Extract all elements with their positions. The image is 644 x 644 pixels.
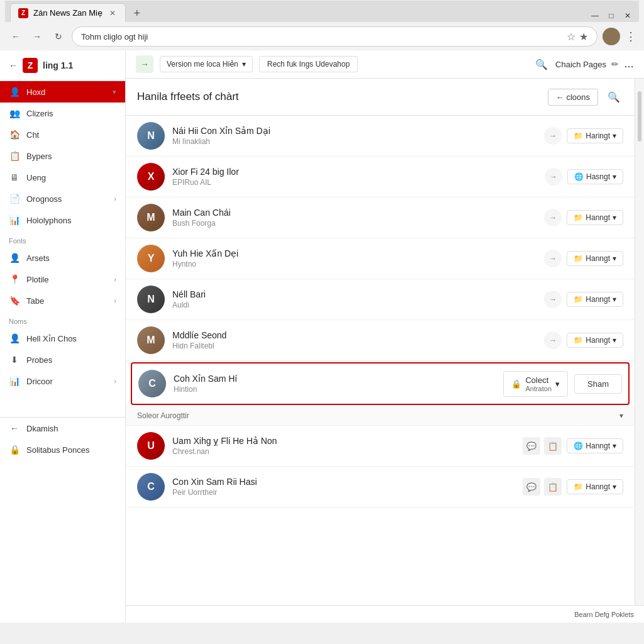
forward-btn[interactable]: →	[29, 28, 45, 45]
sidebar-item-hell-xin-chos[interactable]: 👤 Hell Xỉn Chos	[0, 328, 125, 349]
sidebar-back-icon[interactable]: ←	[9, 60, 18, 70]
list-item[interactable]: U Uam Xihg ỵ Fli He Hả Non Chrest.nan 💬 …	[126, 426, 635, 467]
toolbar-search: 🔍 Chaich Pages ✏ …	[533, 55, 634, 73]
maximize-btn[interactable]: □	[605, 9, 618, 22]
item-badge[interactable]: 📁 Haringt ▾	[567, 128, 623, 143]
sidebar-item-clizeris[interactable]: 👥 Clizeris	[0, 103, 125, 124]
orognoss-chevron: ›	[114, 195, 116, 203]
list-item[interactable]: X Xior Fi 24 big Ilor EPIRuo AIL → 🌐 Has…	[126, 157, 635, 197]
bookmark-icon[interactable]: ☆	[567, 31, 575, 43]
new-tab-btn[interactable]: +	[128, 4, 146, 22]
badge-chevron-icon: ▾	[613, 172, 616, 181]
copy-icon-btn[interactable]: 📋	[544, 478, 562, 496]
item-arrow-btn[interactable]: →	[544, 331, 562, 349]
active-tab[interactable]: Z Zán News Zan Miẹ ✕	[10, 3, 126, 22]
avatar: Y	[137, 245, 165, 272]
copy-icon-btn[interactable]: 📋	[544, 437, 562, 455]
item-arrow-btn[interactable]: →	[544, 291, 562, 308]
item-arrow-btn[interactable]: →	[544, 250, 562, 267]
item-badge[interactable]: 📁 Hanngt ▾	[567, 210, 623, 225]
message-icon-btn[interactable]: 💬	[523, 478, 540, 496]
list-item[interactable]: M Main Can Chái Bush Foorga → 📁 Hanngt ▾	[126, 197, 635, 238]
badge-icon: 📁	[574, 482, 583, 491]
item-badge[interactable]: 📁 Hanngt ▾	[567, 333, 623, 348]
item-badge[interactable]: 📁 Hanngt ▾	[567, 292, 623, 307]
logo-icon: Z	[23, 58, 38, 73]
url-bar[interactable]: Tohm cliglo ogt hiji ☆ ★	[72, 26, 597, 47]
sidebar-item-arsets[interactable]: 👤 Arsets	[0, 247, 125, 269]
item-arrow-btn[interactable]: →	[544, 209, 562, 226]
scrollbar-thumb[interactable]	[638, 91, 641, 142]
item-actions: → 📁 Hanngt ▾	[544, 209, 623, 226]
badge-label: Hanngt	[586, 254, 610, 263]
address-bar: ← → ↻ Tohm cliglo ogt hiji ☆ ★ ⋮	[0, 23, 644, 50]
item-name: Xior Fi 24 big Ilor	[172, 167, 537, 177]
item-badge[interactable]: 🌐 Hasngt ▾	[567, 169, 623, 184]
version-dropdown[interactable]: Version me loca Hiẻn ▾	[160, 56, 253, 72]
title-bar: Z Zán News Zan Miẹ ✕ + — □ ✕	[0, 0, 644, 23]
sidebar-item-plotile[interactable]: 📍 Plotile ›	[0, 269, 125, 290]
sidebar-item-hololyphons[interactable]: 📊 Hololyphons	[0, 209, 125, 231]
sidebar-item-orognoss[interactable]: 📄 Orognoss ›	[0, 188, 125, 209]
item-name: Néll Bari	[172, 289, 536, 299]
sidebar-item-solitabus[interactable]: 🔒 Solitabus Ponces	[0, 439, 125, 460]
sidebar-item-dkamish[interactable]: ← Dkamish	[0, 418, 125, 439]
list-item[interactable]: N Nái Hii Con Xỉn Sảm Dại Mi lìnakliah →…	[126, 116, 635, 157]
item-info: Main Can Chái Bush Foorga	[165, 208, 544, 228]
minimize-btn[interactable]: —	[589, 9, 601, 22]
sidebar-label-clizeris: Clizeris	[26, 109, 53, 118]
hololyphons-icon: 📊	[9, 215, 20, 225]
sidebar-item-ueng[interactable]: 🖥 Ueng	[0, 167, 125, 188]
back-btn[interactable]: ←	[8, 28, 24, 45]
solector-chevron-icon[interactable]: ▾	[619, 411, 623, 420]
tab-close-btn[interactable]: ✕	[108, 8, 118, 18]
search-icon-btn[interactable]: 🔍	[533, 55, 550, 73]
list-item[interactable]: M Mddlíe Seond Hidn Falitebl → 📁 Hanngt …	[126, 320, 635, 361]
hell-xin-chos-icon: 👤	[9, 333, 20, 343]
badge-icon: 📁	[574, 131, 583, 140]
sidebar-item-tabe[interactable]: 🔖 Tabe ›	[0, 290, 125, 311]
badge-icon: 🌐	[574, 441, 583, 450]
item-sub: Hidn Falitebl	[172, 341, 536, 350]
rech-btn[interactable]: Rech fuk Ings Udevahop	[259, 56, 358, 72]
cloons-btn[interactable]: ← cloons	[548, 89, 598, 106]
item-sub: Auldi	[172, 301, 536, 309]
browser-menu-btn[interactable]: ⋮	[625, 30, 636, 43]
more-icon[interactable]: …	[624, 58, 634, 70]
item-badge[interactable]: 📁 Hanngt ▾	[567, 479, 623, 494]
sidebar-item-probes[interactable]: ⬇ Probes	[0, 349, 125, 370]
star-icon[interactable]: ★	[579, 31, 588, 43]
sidebar-label-bypers: Bypers	[26, 152, 52, 161]
edit-icon[interactable]: ✏	[611, 59, 619, 69]
item-sub: Hyntno	[172, 260, 536, 269]
item-arrow-btn[interactable]: →	[544, 127, 562, 145]
list-search-btn[interactable]: 🔍	[604, 87, 623, 106]
refresh-btn[interactable]: ↻	[50, 28, 67, 45]
sham-btn[interactable]: Sham	[574, 374, 622, 394]
sidebar-item-bypers[interactable]: 📋 Bypers	[0, 145, 125, 167]
message-icon-btn[interactable]: 💬	[523, 437, 540, 455]
close-btn[interactable]: ✕	[621, 9, 634, 22]
colect-btn[interactable]: 🔒 Colect Antraton ▾	[503, 371, 568, 397]
item-info: Néll Bari Auldi	[165, 289, 544, 309]
item-badge[interactable]: 📁 Hanngt ▾	[567, 251, 623, 266]
tabe-icon: 🔖	[9, 296, 20, 306]
item-actions: 💬 📋 📁 Hanngt ▾	[523, 478, 623, 496]
list-item[interactable]: C Con Xin Sam Rii Hasi Peir Uorrtheir 💬 …	[126, 467, 635, 508]
list-item[interactable]: Y Yuh Hie Xấn Dẹi Hyntno → 📁 Hanngt ▾	[126, 238, 635, 279]
avatar-img: C	[137, 473, 165, 501]
item-arrow-btn[interactable]: →	[545, 168, 562, 186]
toolbar-back-btn[interactable]: →	[136, 55, 153, 73]
item-name: Coh Xỉn Sam Hí	[174, 374, 496, 384]
item-badge[interactable]: 🌐 Hanngt ▾	[567, 438, 623, 453]
item-name: Nái Hii Con Xỉn Sảm Dại	[172, 126, 536, 136]
sidebar-item-hoxd[interactable]: 👤 Hoxd ▾	[0, 81, 125, 103]
sidebar-item-dricoor[interactable]: 📊 Dricoor ›	[0, 370, 125, 392]
list-item[interactable]: N Néll Bari Auldi → 📁 Hanngt ▾	[126, 279, 635, 320]
scrollbar[interactable]	[635, 79, 644, 605]
badge-chevron-icon: ▾	[613, 254, 616, 263]
highlighted-list-item[interactable]: C Coh Xỉn Sam Hí Hintion 🔒 Colect Antrat…	[131, 362, 630, 405]
profile-avatar[interactable]	[602, 28, 620, 45]
badge-chevron-icon: ▾	[613, 295, 616, 304]
sidebar-item-cht[interactable]: 🏠 Cht	[0, 124, 125, 145]
